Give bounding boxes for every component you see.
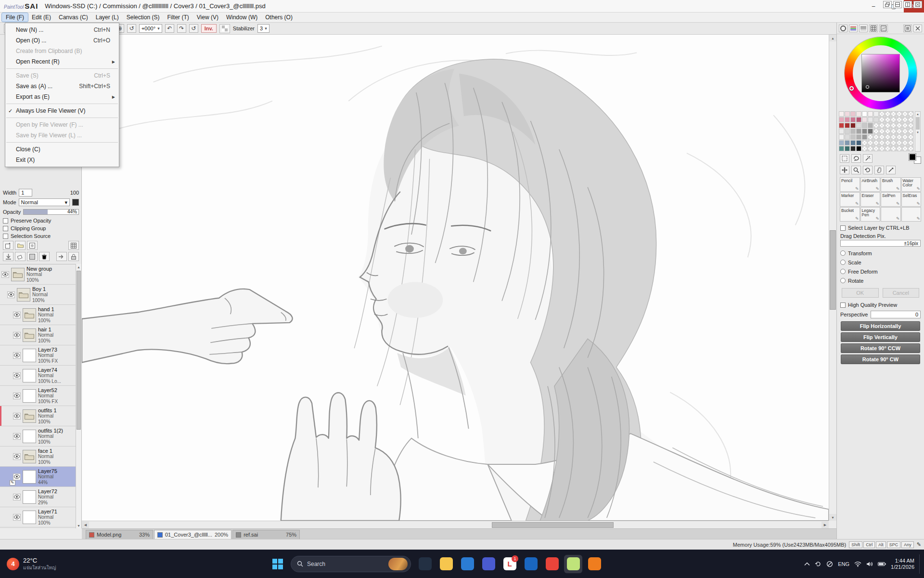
tool-cell[interactable]: SelPen ✎ (881, 192, 901, 207)
layer-visibility-eye-icon[interactable] (13, 433, 21, 440)
color-swatch[interactable] (850, 146, 856, 151)
lock-layer-icon[interactable] (68, 252, 79, 261)
layer-row[interactable]: ✎ outfits 1 Normal 100% (0, 406, 76, 426)
scroll-up-icon[interactable]: ▲ (829, 35, 836, 41)
layer-row[interactable]: ✎ Layer52 Normal 100% FX (0, 386, 76, 406)
layer-row[interactable]: ✎ Layer73 Normal 100% FX (0, 345, 76, 366)
language-indicator[interactable]: ENG (838, 561, 849, 567)
zoom-tool-icon[interactable] (851, 166, 861, 174)
color-swatch[interactable] (862, 140, 867, 145)
color-swatch[interactable] (873, 111, 879, 117)
color-swatch[interactable] (885, 123, 890, 128)
color-swatch[interactable] (908, 123, 913, 128)
menubar-item[interactable]: Edit (E) (28, 13, 55, 22)
color-swatch[interactable] (868, 111, 873, 117)
color-swatch[interactable] (873, 117, 879, 122)
scroll-up-icon[interactable]: ▲ (915, 112, 920, 117)
color-swatch[interactable] (868, 140, 873, 145)
menubar-item[interactable]: View (V) (193, 13, 222, 22)
color-swatch[interactable] (839, 134, 844, 140)
color-swatch[interactable] (873, 140, 879, 145)
zoom-reset-button[interactable]: ↺ (127, 24, 136, 33)
volume-icon[interactable] (866, 561, 873, 567)
color-swatch[interactable] (902, 140, 908, 145)
taskbar-app-icon[interactable] (564, 555, 582, 573)
tool-cell[interactable]: ✎ (881, 207, 901, 222)
tool-cell[interactable]: Marker ✎ (840, 192, 860, 207)
color-swatch[interactable] (845, 134, 850, 140)
taskbar-app-icon[interactable] (437, 555, 455, 573)
layer-visibility-eye-icon[interactable] (13, 332, 21, 339)
color-swatch[interactable] (902, 146, 908, 151)
color-swatch[interactable] (839, 140, 844, 145)
file-menu-item[interactable]: ✓ Exit (X) ▶ (5, 155, 119, 165)
color-swatch[interactable] (850, 117, 856, 122)
color-swatch[interactable] (885, 129, 890, 134)
file-menu-item[interactable]: ✓ Open Recent (R) ▶ (5, 56, 119, 67)
taskbar-app-icon[interactable] (416, 555, 434, 573)
panel-options-icon[interactable] (903, 25, 912, 32)
layer-row[interactable]: ✎ Boy 1 Normal 100% (0, 285, 76, 305)
canvas-vertical-scrollbar[interactable]: ▲ ▼ (829, 35, 836, 521)
tool-cell[interactable]: Water Color ✎ (901, 177, 922, 192)
cascade-windows-icon[interactable] (883, 1, 892, 8)
color-swatch[interactable] (885, 134, 890, 140)
layer-visibility-eye-icon[interactable] (1, 271, 9, 278)
taskbar-app-icon[interactable] (543, 555, 561, 573)
wifi-icon[interactable] (854, 561, 861, 567)
high-quality-preview-checkbox[interactable]: High Quality Preview (837, 301, 924, 309)
layer-visibility-eye-icon[interactable] (13, 453, 21, 460)
layer-row[interactable]: ✎ outfits 1(2) Normal 100% (0, 426, 76, 447)
taskbar-app-icon[interactable] (458, 555, 476, 573)
layers-scroll-thumb[interactable] (77, 271, 81, 430)
battery-icon[interactable] (878, 562, 886, 566)
new-folder-icon[interactable] (15, 241, 26, 250)
tool-cell[interactable]: Bucket ✎ (840, 207, 860, 222)
rotate-ccw-button[interactable]: ↶ (165, 24, 174, 33)
weather-widget[interactable]: 4 22°C แจ่มใสส่วนใหญ่ (0, 557, 63, 571)
file-menu-item[interactable]: ✓ ▶ (6, 104, 118, 104)
layer-visibility-eye-icon[interactable] (13, 312, 21, 318)
color-wheel[interactable] (845, 37, 917, 109)
canvas[interactable] (82, 35, 829, 521)
scroll-down-icon[interactable]: ▼ (829, 514, 836, 521)
sv-cursor[interactable] (866, 85, 869, 89)
color-swatch[interactable] (902, 134, 908, 140)
perspective-field[interactable]: 0 (871, 311, 921, 318)
color-swatch[interactable] (908, 134, 913, 140)
color-swatch[interactable] (891, 134, 896, 140)
radio-icon[interactable] (840, 278, 846, 283)
color-swatch[interactable] (856, 134, 861, 140)
color-swatch[interactable] (885, 111, 890, 117)
color-swatch[interactable] (868, 129, 873, 134)
tool-cell[interactable]: AirBrush ✎ (860, 177, 881, 192)
do-not-disturb-icon[interactable] (826, 561, 833, 567)
layer-row[interactable]: ✎ hair 1 Normal 100% (0, 325, 76, 345)
swatches-tab-icon[interactable] (869, 25, 878, 32)
tile-horizontal-icon[interactable] (893, 1, 902, 8)
color-swatch[interactable] (897, 129, 902, 134)
tool-cell[interactable]: Eraser ✎ (860, 192, 881, 207)
tool-cell[interactable]: Legacy Pen ✎ (860, 207, 881, 222)
drag-detection-slider[interactable]: ±16pix (840, 240, 921, 247)
color-swatch[interactable] (845, 140, 850, 145)
rotation-reset-button[interactable]: ↺ (189, 24, 198, 33)
document-tab[interactable]: 01_Cover3_@clllll... 200% (154, 530, 231, 539)
color-swatch[interactable] (862, 146, 867, 151)
layer-row[interactable]: ✎ New group Normal 100% (0, 264, 76, 285)
color-swatch[interactable] (856, 140, 861, 145)
layer-row[interactable]: ✎ face 1 Normal 100% (0, 447, 76, 467)
color-swatch[interactable] (879, 134, 885, 140)
color-swatch[interactable] (850, 123, 856, 128)
color-swatch[interactable] (845, 123, 850, 128)
color-swatch[interactable] (885, 117, 890, 122)
transform-radio[interactable]: Transform (837, 249, 924, 258)
color-swatch[interactable] (839, 117, 844, 122)
color-swatch[interactable] (856, 123, 861, 128)
color-swatch[interactable] (891, 111, 896, 117)
color-swatch[interactable] (879, 117, 885, 122)
tray-chevron-up-icon[interactable] (804, 562, 810, 566)
checkbox[interactable] (3, 234, 8, 239)
layers-scrollbar[interactable]: ▲ ▼ (76, 264, 81, 528)
file-menu-item[interactable]: ✓ New (N) ... Ctrl+N ▶ (5, 25, 119, 35)
